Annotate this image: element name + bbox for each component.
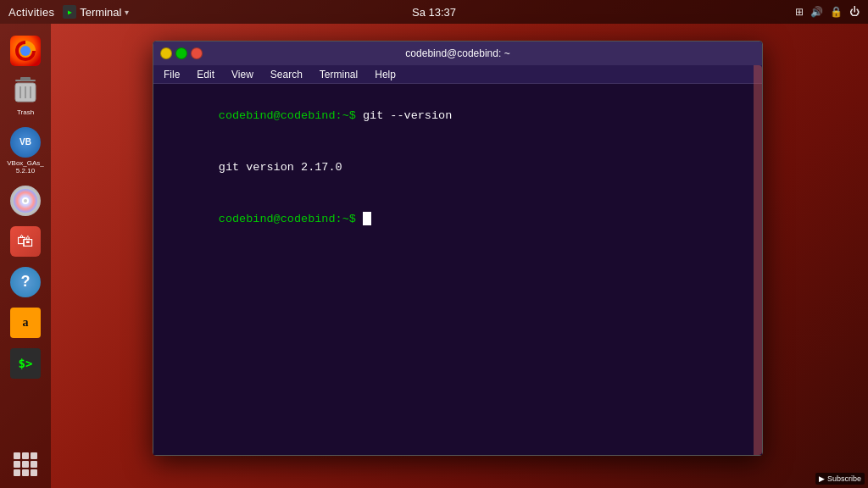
terminal-scrollbar[interactable] (754, 65, 762, 455)
menu-file[interactable]: File (160, 67, 183, 82)
svg-point-10 (24, 199, 27, 202)
tray-power-icon[interactable]: ⏻ (849, 6, 860, 18)
output-1: git version 2.17.0 (219, 161, 342, 174)
topbar-terminal-label: Terminal (80, 6, 121, 19)
dock-item-terminal[interactable]: $> (7, 345, 44, 382)
dock-item-firefox[interactable] (7, 32, 44, 69)
trash-icon (10, 76, 41, 107)
dock-item-amazon[interactable]: a (7, 304, 44, 341)
topbar: Activities ▶ Terminal ▾ Sa 13:37 ⊞ 🔊 🔒 ⏻ (0, 0, 868, 24)
terminal-menubar: File Edit View Search Terminal Help (153, 65, 762, 84)
menu-help[interactable]: Help (371, 67, 399, 82)
youtube-badge: ▶ Subscribe (815, 473, 865, 485)
topbar-terminal-icon: ▶ (63, 5, 76, 19)
tray-network-icon[interactable]: ⊞ (795, 6, 804, 18)
svg-rect-3 (20, 77, 31, 80)
dock-item-help[interactable]: ? (7, 263, 44, 301)
terminal-content[interactable]: codebind@codebind:~$ git --version git v… (153, 84, 762, 455)
prompt-2: codebind@codebind:~$ (219, 213, 363, 225)
dock-item-trash[interactable]: Trash (7, 73, 44, 120)
topbar-terminal-chevron: ▾ (125, 8, 129, 17)
terminal-window: codebind@codebind: ~ File Edit View Sear… (153, 41, 763, 456)
minimize-button[interactable] (160, 47, 172, 59)
terminal-title: codebind@codebind: ~ (405, 47, 509, 59)
prompt-1: codebind@codebind:~$ (219, 109, 363, 122)
dock: Trash VB VBox_GAs_ 5.2.10 (0, 24, 51, 488)
trash-label: Trash (17, 108, 34, 117)
menu-view[interactable]: View (228, 67, 257, 82)
cd-icon (10, 186, 41, 216)
dock-item-cd[interactable] (7, 182, 44, 219)
dock-item-vbox[interactable]: VB VBox_GAs_ 5.2.10 (3, 124, 47, 179)
dock-item-apps-grid[interactable] (10, 449, 41, 480)
desktop: codebind@codebind: ~ File Edit View Sear… (51, 24, 868, 488)
help-icon: ? (10, 267, 41, 297)
terminal-dock-icon: $> (10, 348, 41, 379)
svg-point-1 (20, 46, 31, 56)
menu-terminal[interactable]: Terminal (316, 67, 361, 82)
topbar-terminal-button[interactable]: ▶ Terminal ▾ (63, 5, 129, 19)
apps-grid-icon (14, 452, 37, 476)
vbox-icon: VB (10, 127, 41, 158)
vbox-label: VBox_GAs_ 5.2.10 (7, 159, 44, 175)
terminal-line-3: codebind@codebind:~$ (164, 194, 752, 246)
topbar-left: Activities ▶ Terminal ▾ (8, 5, 129, 19)
topbar-clock: Sa 13:37 (412, 6, 456, 19)
tray-lock-icon[interactable]: 🔒 (830, 6, 843, 18)
terminal-cursor (363, 212, 371, 225)
topbar-tray: ⊞ 🔊 🔒 ⏻ (795, 6, 860, 18)
appstore-icon: 🛍 (10, 226, 41, 257)
menu-search[interactable]: Search (267, 67, 306, 82)
tray-volume-icon[interactable]: 🔊 (810, 6, 823, 18)
dock-item-appstore[interactable]: 🛍 (7, 223, 44, 260)
window-controls (160, 47, 203, 59)
amazon-icon: a (10, 308, 41, 338)
activities-label[interactable]: Activities (8, 6, 54, 19)
firefox-icon (10, 36, 41, 66)
cmd-1: git --version (363, 109, 452, 122)
menu-edit[interactable]: Edit (193, 67, 218, 82)
terminal-line-1: codebind@codebind:~$ git --version (164, 91, 752, 142)
close-button[interactable] (191, 47, 203, 59)
maximize-button[interactable] (175, 47, 187, 59)
terminal-titlebar: codebind@codebind: ~ (153, 42, 762, 65)
terminal-line-2: git version 2.17.0 (164, 142, 752, 194)
